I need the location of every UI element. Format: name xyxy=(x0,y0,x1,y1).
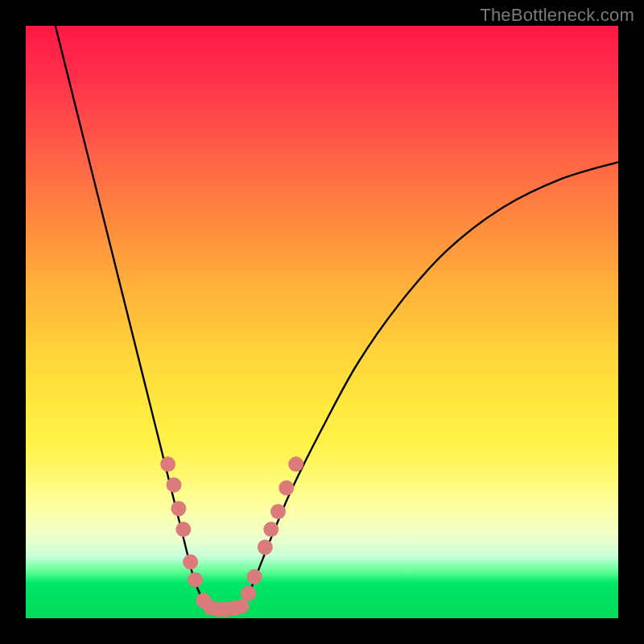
highlight-dot xyxy=(270,504,286,519)
highlight-dot xyxy=(233,599,249,614)
curve-left xyxy=(56,26,208,606)
highlight-dot xyxy=(258,539,273,555)
highlight-dot xyxy=(188,572,203,588)
curve-group xyxy=(56,26,618,609)
plot-area xyxy=(26,26,618,618)
highlight-dot xyxy=(171,501,186,516)
highlight-dot xyxy=(160,456,175,472)
highlight-dot xyxy=(241,586,256,601)
highlight-dot xyxy=(167,477,182,493)
highlight-dot xyxy=(288,456,303,472)
highlight-dots xyxy=(160,456,303,617)
highlight-dot xyxy=(175,522,191,537)
outer-frame: TheBottleneck.com xyxy=(0,0,644,644)
watermark-text: TheBottleneck.com xyxy=(480,5,634,26)
curve-right xyxy=(242,162,618,606)
highlight-dot xyxy=(263,522,279,537)
chart-svg xyxy=(26,26,618,618)
highlight-dot xyxy=(247,569,262,584)
highlight-dot xyxy=(279,481,294,496)
highlight-dot xyxy=(183,555,198,570)
